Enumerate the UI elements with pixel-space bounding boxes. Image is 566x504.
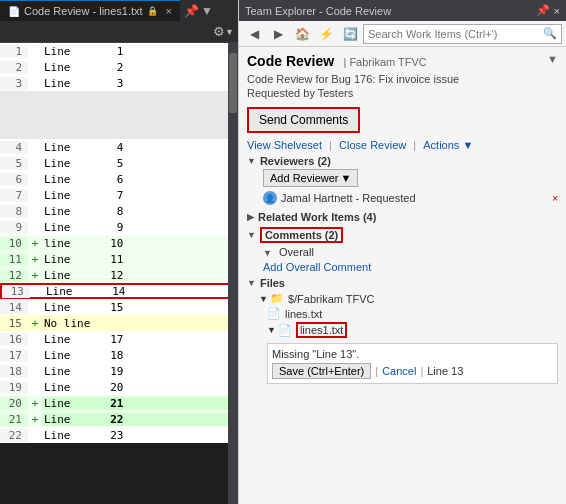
tab-lock-icon: 🔒 (147, 6, 158, 16)
table-row: 5 Line 5 (0, 155, 238, 171)
section-dropdown-icon[interactable]: ▼ (547, 53, 558, 65)
table-row: 16 Line 17 (0, 331, 238, 347)
file1-icon: 📄 (267, 307, 281, 320)
file-item-lines: 📄 lines.txt (247, 306, 558, 321)
comment-line-ref: Line 13 (427, 365, 463, 377)
comment-cancel-button[interactable]: Cancel (382, 365, 416, 377)
pin-window-icon[interactable]: 📌 (536, 4, 550, 17)
forward-button[interactable]: ▶ (267, 24, 289, 44)
file2-name[interactable]: lines1.txt (296, 322, 347, 338)
overall-label: Overall (279, 246, 314, 258)
editor-tab[interactable]: 📄 Code Review - lines1.txt 🔒 × (0, 0, 180, 21)
close-window-icon[interactable]: × (554, 5, 560, 17)
table-row: 13 Line 14 (0, 283, 238, 299)
table-row: 14 Line 15 (0, 299, 238, 315)
file1-name[interactable]: lines.txt (285, 308, 322, 320)
folder-icon: 📁 (270, 292, 284, 305)
file-icon: 📄 (8, 6, 20, 17)
table-row: 8 Line 8 (0, 203, 238, 219)
table-row: 15 + No line (0, 315, 238, 331)
reviewer-remove-button[interactable]: × (552, 193, 558, 204)
reviewers-header: ▼ Reviewers (2) (247, 155, 558, 167)
review-info: Code Review for Bug 176: Fix invoice iss… (247, 73, 558, 85)
files-triangle-icon[interactable]: ▼ (247, 278, 256, 288)
action-links: View Shelveset | Close Review | Actions … (247, 139, 558, 151)
search-icon[interactable]: 🔍 (543, 27, 557, 40)
code-lines: 1 Line 1 2 Line 2 3 Line 3 (0, 43, 238, 504)
table-row: 10 + line 10 (0, 235, 238, 251)
connect-button[interactable]: ⚡ (315, 24, 337, 44)
add-reviewer-label: Add Reviewer (270, 172, 338, 184)
overall-triangle-icon[interactable]: ▼ (263, 248, 272, 258)
settings-dropdown-icon[interactable]: ▼ (225, 27, 234, 37)
table-row: 9 Line 9 (0, 219, 238, 235)
folder-triangle-icon[interactable]: ▼ (259, 294, 268, 304)
files-label: Files (260, 277, 285, 289)
file-item-lines1: ▼ 📄 lines1.txt (247, 321, 558, 339)
table-row: 2 Line 2 (0, 59, 238, 75)
home-button[interactable]: 🏠 (291, 24, 313, 44)
reviewer-avatar: 👤 (263, 191, 277, 205)
expand-icon[interactable]: ▼ (201, 4, 213, 18)
reviewers-triangle-icon[interactable]: ▼ (247, 156, 256, 166)
pin-icon[interactable]: 📌 (184, 4, 199, 18)
settings-icon[interactable]: ⚙ (213, 24, 225, 39)
table-row: 11 + Line 11 (0, 251, 238, 267)
table-row: 17 Line 18 (0, 347, 238, 363)
folder-path: $/Fabrikam TFVC (288, 293, 375, 305)
send-comments-button[interactable]: Send Comments (247, 107, 360, 133)
explorer-title: Team Explorer - Code Review (245, 5, 391, 17)
table-row: 1 Line 1 (0, 43, 238, 59)
comments-label: Comments (2) (260, 227, 343, 243)
section-title: Code Review (247, 53, 334, 69)
add-reviewer-container: Add Reviewer ▼ (247, 169, 558, 187)
reviewer-name: Jamal Hartnett - Requested (281, 192, 416, 204)
reviewers-label: Reviewers (2) (260, 155, 331, 167)
file2-icon: 📄 (278, 324, 292, 337)
actions-link[interactable]: Actions (423, 139, 459, 151)
add-overall-comment-link[interactable]: Add Overall Comment (247, 261, 558, 273)
folder-item: ▼ 📁 $/Fabrikam TFVC (247, 291, 558, 306)
overall-item: ▼ Overall (247, 245, 558, 259)
team-explorer-panel: Team Explorer - Code Review 📌 × ◀ ▶ 🏠 ⚡ … (238, 0, 566, 504)
tab-close-icon[interactable]: × (166, 5, 172, 17)
editor-tab-bar: 📄 Code Review - lines1.txt 🔒 × 📌 ▼ (0, 0, 238, 21)
file2-triangle-icon[interactable]: ▼ (267, 325, 276, 335)
comment-box: Missing "Line 13". Save (Ctrl+Enter) | C… (267, 343, 558, 384)
table-row: 22 Line 23 (0, 427, 238, 443)
editor-panel: 📄 Code Review - lines1.txt 🔒 × 📌 ▼ ⚙ ▼ 1… (0, 0, 238, 504)
editor-toolbar: ⚙ ▼ (0, 21, 238, 43)
explorer-header: Team Explorer - Code Review 📌 × (239, 0, 566, 21)
add-reviewer-dropdown-icon: ▼ (340, 172, 351, 184)
view-shelveset-link[interactable]: View Shelveset (247, 139, 322, 151)
comments-header: ▼ Comments (2) (247, 227, 558, 243)
actions-dropdown-icon[interactable]: ▼ (462, 139, 473, 151)
comments-triangle-icon[interactable]: ▼ (247, 230, 256, 240)
add-reviewer-button[interactable]: Add Reviewer ▼ (263, 169, 358, 187)
table-row: 4 Line 4 (0, 139, 238, 155)
comment-actions: Save (Ctrl+Enter) | Cancel | Line 13 (272, 363, 553, 379)
comment-text: Missing "Line 13". (272, 348, 553, 360)
table-row (0, 91, 238, 107)
search-box: 🔍 (363, 24, 562, 44)
table-row (0, 107, 238, 123)
close-review-link[interactable]: Close Review (339, 139, 406, 151)
comment-save-button[interactable]: Save (Ctrl+Enter) (272, 363, 371, 379)
code-view: 1 Line 1 2 Line 2 3 Line 3 (0, 43, 238, 504)
table-row (0, 123, 238, 139)
table-row: 21 + Line 22 (0, 411, 238, 427)
page-header: Code Review | Fabrikam TFVC ▼ (247, 53, 558, 69)
table-row: 19 Line 20 (0, 379, 238, 395)
table-row: 6 Line 6 (0, 171, 238, 187)
section-subtitle: | Fabrikam TFVC (343, 56, 426, 68)
scrollbar-thumb[interactable] (229, 53, 237, 113)
refresh-button[interactable]: 🔄 (339, 24, 361, 44)
table-row: 18 Line 19 (0, 363, 238, 379)
related-work-triangle-icon[interactable]: ▶ (247, 212, 254, 222)
search-input[interactable] (368, 28, 543, 40)
back-button[interactable]: ◀ (243, 24, 265, 44)
related-work-label: Related Work Items (4) (258, 211, 376, 223)
vertical-scrollbar[interactable] (228, 43, 238, 504)
table-row: 12 + Line 12 (0, 267, 238, 283)
table-row: 3 Line 3 (0, 75, 238, 91)
